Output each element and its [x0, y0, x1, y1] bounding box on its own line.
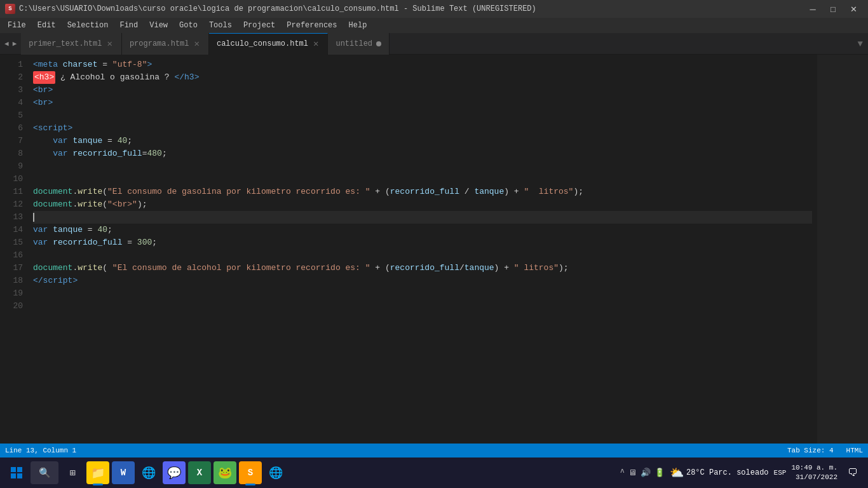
taskbar-active-indicator-2	[245, 484, 255, 485]
code-line-20	[33, 300, 812, 313]
code-line-9	[33, 160, 812, 173]
minimap[interactable]	[817, 55, 868, 444]
minimize-button[interactable]: ─	[803, 3, 822, 15]
status-bar-right: Tab Size: 4 HTML	[787, 447, 863, 454]
title-bar: S C:\Users\USUARIO\Downloads\curso oracl…	[0, 0, 868, 18]
code-line-13	[33, 211, 812, 224]
tab-arrows: ◀ ▶	[0, 38, 21, 49]
tab-unsaved-dot	[376, 41, 381, 46]
green-app-icon: 🐸	[218, 466, 232, 480]
tab-bar-overflow[interactable]: ▼	[858, 39, 868, 49]
weather-text: 28°C Parc. soleado	[686, 468, 769, 477]
chrome-2-icon: 🌐	[269, 466, 283, 480]
clock-date: 31/07/2022	[791, 473, 837, 482]
discord-icon: 💬	[167, 466, 181, 480]
code-line-16	[33, 249, 812, 262]
taskbar-sublime[interactable]: S	[239, 461, 262, 484]
taskbar-active-indicator	[93, 484, 103, 485]
taskbar-app-green[interactable]: 🐸	[214, 461, 236, 484]
code-line-1: <meta charset = "utf-8">	[33, 58, 812, 71]
window-controls: ─ □ ✕	[803, 3, 863, 15]
tray-network[interactable]: 🖥	[628, 468, 637, 478]
notification-center[interactable]: 🗨	[843, 463, 863, 483]
tab-label: calculo_consumo.html	[217, 39, 308, 48]
system-tray: ^ 🖥 🔊 🔋	[620, 468, 665, 478]
tab-untitled[interactable]: untitled	[328, 33, 390, 55]
menu-help[interactable]: Help	[344, 20, 372, 31]
tab-label: untitled	[336, 39, 372, 48]
taskbar-search[interactable]: 🔍	[31, 461, 58, 484]
code-line-3: <br>	[33, 84, 812, 97]
tab-prev-arrow[interactable]: ◀	[3, 38, 11, 49]
status-language[interactable]: HTML	[846, 447, 863, 454]
weather-icon: ⛅	[670, 466, 684, 480]
menu-tools[interactable]: Tools	[204, 20, 237, 31]
code-line-7: var tanque = 40;	[33, 135, 812, 147]
code-line-17: document.write( "El consumo de alcohol p…	[33, 262, 812, 274]
tab-label: programa.html	[130, 39, 189, 48]
taskbar-chrome[interactable]: 🌐	[137, 461, 160, 484]
code-line-10	[33, 173, 812, 186]
menu-goto[interactable]: Goto	[174, 20, 203, 31]
windows-start-button[interactable]	[5, 461, 28, 484]
tab-bar: ◀ ▶ primer_text.html ✕ programa.html ✕ c…	[0, 33, 868, 55]
svg-rect-0	[11, 467, 16, 472]
taskbar: 🔍 ⊞ 📁 W 🌐 💬 X 🐸 S 🌐 ^ 🖥 🔊	[0, 458, 868, 488]
tab-primer-text[interactable]: primer_text.html ✕	[21, 33, 122, 55]
menu-project[interactable]: Project	[238, 20, 280, 31]
svg-rect-1	[17, 467, 22, 472]
code-line-19	[33, 287, 812, 300]
menu-bar: File Edit Selection Find View Goto Tools…	[0, 18, 868, 33]
menu-view[interactable]: View	[144, 20, 173, 31]
code-editor[interactable]: <meta charset = "utf-8"> <h3> ¿ Alcohol …	[28, 55, 817, 444]
code-line-15: var recorrido_full = 300;	[33, 236, 812, 249]
tray-battery[interactable]: 🔋	[654, 468, 665, 478]
status-bar: Line 13, Column 1 Tab Size: 4 HTML	[0, 444, 868, 458]
menu-file[interactable]: File	[3, 20, 31, 31]
tab-close-primer[interactable]: ✕	[105, 39, 113, 48]
status-tab-size[interactable]: Tab Size: 4	[787, 447, 834, 454]
tab-label: primer_text.html	[29, 39, 102, 48]
tray-volume[interactable]: 🔊	[641, 468, 651, 478]
tray-chevron[interactable]: ^	[620, 468, 625, 477]
tab-close-calculo[interactable]: ✕	[312, 39, 320, 48]
status-position: Line 13, Column 1	[5, 447, 76, 454]
code-line-14: var tanque = 40;	[33, 224, 812, 236]
code-line-12: document.write("<br>");	[33, 198, 812, 211]
maximize-button[interactable]: □	[824, 3, 843, 15]
taskbar-discord[interactable]: 💬	[163, 461, 186, 484]
tab-calculo-consumo[interactable]: calculo_consumo.html ✕	[209, 33, 328, 55]
menu-find[interactable]: Find	[114, 20, 143, 31]
code-line-2: <h3> ¿ Alcohol o gasolina ? </h3>	[33, 71, 812, 84]
line-numbers: 1 2 3 4 5 6 7 8 9 10 11 12 13 14 15 16 1…	[0, 55, 28, 444]
taskbar-word[interactable]: W	[112, 461, 135, 484]
close-button[interactable]: ✕	[844, 3, 863, 15]
app-logo: S	[5, 4, 15, 14]
taskbar-clock[interactable]: 10:49 a. m. 31/07/2022	[791, 463, 837, 483]
code-line-8: var recorrido_full=480;	[33, 147, 812, 160]
notification-icon: 🗨	[848, 467, 858, 479]
menu-edit[interactable]: Edit	[32, 20, 61, 31]
menu-selection[interactable]: Selection	[62, 20, 114, 31]
search-icon: 🔍	[39, 467, 51, 479]
weather-widget[interactable]: ⛅ 28°C Parc. soleado	[670, 466, 769, 480]
taskbar-task-view[interactable]: ⊞	[61, 461, 84, 484]
taskbar-file-explorer[interactable]: 📁	[86, 461, 109, 484]
tab-close-programa[interactable]: ✕	[193, 39, 201, 48]
tab-next-arrow[interactable]: ▶	[11, 38, 19, 49]
title-text: C:\Users\USUARIO\Downloads\curso oracle\…	[19, 4, 536, 13]
taskbar-right: ^ 🖥 🔊 🔋 ⛅ 28°C Parc. soleado ESP 10:49 a…	[620, 463, 863, 483]
svg-rect-3	[17, 473, 22, 478]
taskbar-excel[interactable]: X	[188, 461, 211, 484]
word-icon: W	[121, 468, 126, 478]
tab-programa[interactable]: programa.html ✕	[122, 33, 209, 55]
code-line-6: <script>	[33, 122, 812, 135]
menu-preferences[interactable]: Preferences	[281, 20, 342, 31]
taskbar-chrome-2[interactable]: 🌐	[264, 461, 287, 484]
code-line-4: <br>	[33, 97, 812, 109]
keyboard-language[interactable]: ESP	[774, 469, 787, 477]
code-line-11: document.write("El consumo de gasolina p…	[33, 186, 812, 198]
chrome-icon: 🌐	[142, 466, 156, 480]
task-view-icon: ⊞	[69, 467, 75, 479]
svg-rect-2	[11, 473, 16, 478]
